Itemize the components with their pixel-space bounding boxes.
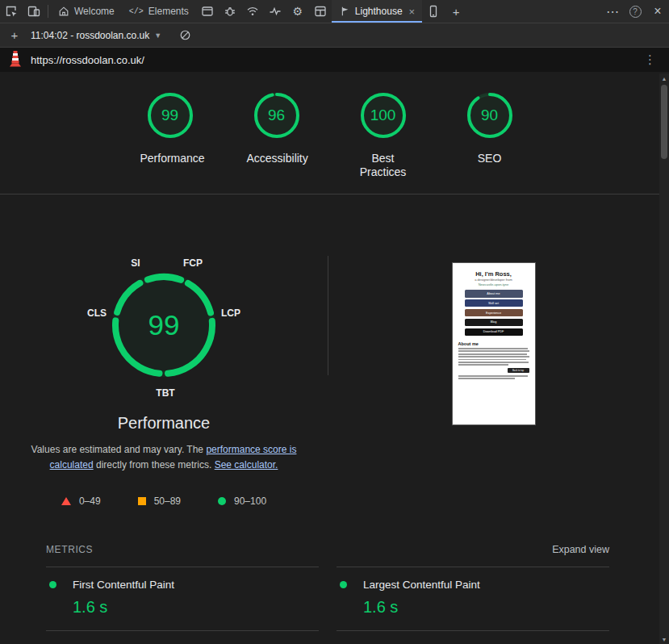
console-panel-icon[interactable] — [196, 0, 219, 23]
score-gauge-accessibility[interactable]: 96 Accessibility — [237, 90, 316, 179]
pass-dot-icon — [340, 581, 347, 588]
clear-reports-icon[interactable] — [179, 29, 191, 41]
metric-value: 1.6 s — [363, 598, 609, 617]
metric-first-contentful-paint[interactable]: First Contentful Paint 1.6 s — [46, 567, 319, 630]
thumbnail-location: Newcastle-upon-tyne — [453, 282, 535, 287]
tab-elements[interactable]: </> Elements — [122, 0, 196, 23]
lighthouse-logo-icon — [8, 51, 23, 69]
metric-label-fcp: FCP — [183, 257, 203, 269]
performance-section: 99 SI FCP LCP CLS TBT Performance Values… — [0, 207, 659, 507]
more-tabs-icon[interactable]: + — [445, 0, 467, 23]
score-legend: 0–49 50–89 90–100 — [0, 496, 328, 507]
pass-circle-icon — [218, 497, 226, 505]
thumbnail-text-lines — [453, 375, 535, 379]
application-panel-icon[interactable] — [309, 0, 332, 23]
report-url: https://rossdoolan.co.uk/ — [31, 54, 144, 66]
inspect-element-icon[interactable] — [0, 0, 23, 23]
scroll-down-icon[interactable]: ▼ — [659, 634, 669, 644]
thumbnail-heading: Hi, I'm Ross, — [453, 270, 535, 278]
tab-lighthouse[interactable]: Lighthouse × — [332, 0, 422, 23]
tab-welcome[interactable]: Welcome — [51, 0, 122, 23]
legend-average: 50–89 — [138, 496, 181, 507]
help-icon[interactable]: ? — [624, 0, 646, 23]
thumb-button: Experience — [465, 309, 523, 317]
metric-cumulative-layout-shift[interactable]: Cumulative Layout Shift 0.019 — [337, 630, 609, 644]
performance-section-title: Performance — [0, 414, 328, 433]
thumb-button: About me — [465, 290, 523, 298]
score-value: 90 — [464, 90, 516, 141]
settings-gear-icon[interactable]: ⚙ — [286, 0, 309, 23]
bug-icon[interactable] — [219, 0, 241, 23]
thumbnail-text-lines — [453, 348, 535, 366]
expand-view-button[interactable]: Expand view — [552, 544, 609, 555]
thumbnail-back-to-top: Back to top — [508, 368, 529, 373]
metric-value: 1.6 s — [73, 598, 319, 617]
disclaimer-text: Values are estimated and may vary. The — [31, 444, 203, 455]
code-icon: </> — [129, 7, 144, 16]
metric-label-lcp: LCP — [221, 307, 240, 319]
score-gauge-performance[interactable]: 99 Performance — [131, 90, 210, 179]
score-value: 100 — [357, 90, 409, 141]
thumb-button: Skill set — [465, 299, 523, 307]
section-divider — [0, 194, 659, 194]
score-value: 99 — [144, 90, 196, 141]
lighthouse-flag-icon — [339, 6, 350, 17]
vertical-scrollbar[interactable]: ▲ ▼ — [659, 73, 669, 644]
tab-welcome-label: Welcome — [74, 6, 115, 17]
chevron-down-icon: ▼ — [154, 31, 161, 40]
tab-lighthouse-label: Lighthouse — [355, 6, 403, 17]
fail-triangle-icon — [61, 497, 71, 505]
score-value: 96 — [251, 90, 303, 141]
report-menu-icon[interactable]: ⋮ — [639, 52, 661, 67]
device-toolbar-icon[interactable] — [23, 0, 45, 23]
metric-largest-contentful-paint[interactable]: Largest Contentful Paint 1.6 s — [337, 567, 609, 630]
score-gauge-seo[interactable]: 90 SEO — [450, 90, 529, 179]
close-devtools-icon[interactable]: × — [646, 0, 669, 23]
metric-name: First Contentful Paint — [73, 579, 174, 591]
report-header: https://rossdoolan.co.uk/ ⋮ — [0, 48, 669, 72]
lighthouse-report: 99 Performance 96 Accessibility — [0, 73, 659, 644]
devtools-window: Welcome </> Elements — [0, 0, 669, 644]
network-icon[interactable] — [241, 0, 264, 23]
thumbnail-buttons: About me Skill set Experience Blog Downl… — [453, 290, 535, 336]
home-icon — [58, 6, 69, 17]
metrics-section: METRICS Expand view First Contentful Pai… — [0, 544, 659, 644]
disclaimer-text: directly from these metrics. — [96, 459, 211, 470]
thumb-button: Blog — [465, 319, 523, 327]
average-square-icon — [138, 497, 146, 505]
legend-range: 90–100 — [234, 496, 266, 507]
scroll-up-icon[interactable]: ▲ — [659, 73, 669, 83]
performance-icon[interactable] — [264, 0, 286, 23]
vertical-divider — [328, 256, 328, 375]
score-label: Performance — [140, 152, 200, 165]
devtools-tabbar: Welcome </> Elements — [0, 0, 669, 23]
scrollbar-thumb[interactable] — [661, 85, 667, 159]
legend-fail: 0–49 — [61, 496, 101, 507]
metric-label-si: SI — [131, 257, 140, 269]
legend-range: 0–49 — [79, 496, 101, 507]
see-calculator-link[interactable]: See calculator. — [215, 459, 278, 470]
performance-score: 99 — [103, 265, 224, 386]
new-report-icon[interactable]: + — [6, 28, 23, 42]
report-selector[interactable]: 11:04:02 - rossdoolan.co.uk ▼ — [31, 30, 161, 41]
metric-total-blocking-time[interactable]: Total Blocking Time 20 ms — [46, 630, 319, 644]
score-gauge-best-practices[interactable]: 100 Best Practices — [344, 90, 423, 179]
legend-pass: 90–100 — [218, 496, 266, 507]
score-label: Accessibility — [247, 152, 307, 165]
legend-range: 50–89 — [154, 496, 181, 507]
tabbar-separator — [48, 5, 48, 18]
thumbnail-about-heading: About me — [458, 341, 529, 346]
tab-elements-label: Elements — [148, 6, 189, 17]
metrics-heading: METRICS — [46, 544, 93, 555]
device-panel-icon[interactable] — [422, 0, 445, 23]
metric-label-cls: CLS — [87, 307, 107, 319]
score-disclaimer: Values are estimated and may vary. The p… — [28, 442, 299, 473]
report-selector-label: 11:04:02 - rossdoolan.co.uk — [31, 30, 149, 41]
tabbar-spacer — [467, 0, 601, 23]
more-options-icon[interactable]: ⋯ — [601, 0, 624, 23]
page-screenshot-thumbnail: Hi, I'm Ross, a designer/developer from … — [452, 262, 536, 425]
tab-close-icon[interactable]: × — [409, 6, 416, 18]
lighthouse-runbar: + 11:04:02 - rossdoolan.co.uk ▼ — [0, 23, 669, 48]
thumb-button: Download PDF — [465, 328, 523, 337]
metric-label-tbt: TBT — [156, 387, 174, 399]
